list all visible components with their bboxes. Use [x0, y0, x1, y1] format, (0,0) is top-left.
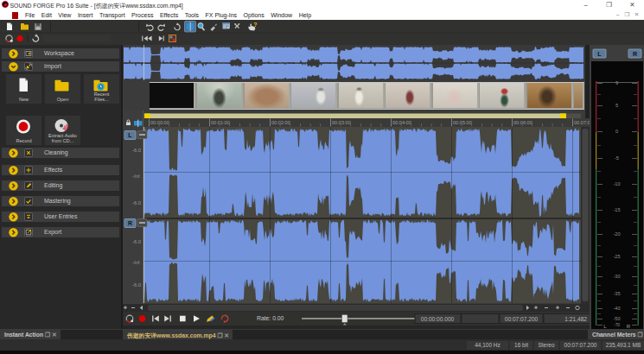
- svg-text:-6.0: -6.0: [132, 282, 141, 288]
- svg-text:-Inf.: -Inf.: [132, 260, 141, 265]
- svg-text:0: 0: [615, 129, 618, 134]
- svg-text:00:04:00: 00:04:00: [392, 120, 411, 125]
- svg-text:R: R: [633, 51, 637, 57]
- svg-text:-10: -10: [613, 181, 620, 186]
- svg-text:00:06:00: 00:06:00: [513, 120, 532, 125]
- svg-text:-15: -15: [613, 207, 620, 212]
- svg-text:Rate: 0.00: Rate: 0.00: [257, 315, 284, 321]
- svg-text:-5: -5: [615, 155, 619, 161]
- svg-text:5: 5: [615, 103, 618, 108]
- svg-text:L: L: [128, 132, 132, 138]
- svg-text:-70: -70: [614, 323, 620, 327]
- svg-text:00:02:00: 00:02:00: [271, 120, 290, 125]
- svg-text:-6.0: -6.0: [132, 200, 141, 205]
- svg-text:-50: -50: [613, 316, 620, 321]
- svg-text:-25: -25: [613, 254, 620, 259]
- svg-text:-20: -20: [613, 231, 620, 237]
- svg-text:-40: -40: [613, 306, 620, 311]
- svg-text:L: L: [597, 51, 602, 57]
- svg-text:-6.0: -6.0: [132, 239, 141, 244]
- svg-text:00:07:07.200: 00:07:07.200: [505, 316, 539, 322]
- svg-text:00:03:00: 00:03:00: [332, 120, 351, 125]
- svg-text:9: 9: [615, 80, 618, 85]
- svg-text:-35: -35: [613, 291, 620, 296]
- svg-text:-6.0: -6.0: [132, 148, 141, 153]
- svg-text:00:00:00: 00:00:00: [150, 120, 169, 125]
- svg-text:?: ?: [253, 22, 257, 28]
- svg-text:00:00:00.000: 00:00:00.000: [421, 316, 455, 322]
- svg-text:00:05:00: 00:05:00: [453, 120, 472, 125]
- svg-text:-Inf.: -Inf.: [132, 174, 141, 179]
- svg-text:1:21,482: 1:21,482: [564, 316, 587, 322]
- svg-text:R: R: [128, 220, 132, 226]
- svg-text:-30: -30: [613, 274, 620, 279]
- svg-text:00:01:00: 00:01:00: [211, 120, 230, 125]
